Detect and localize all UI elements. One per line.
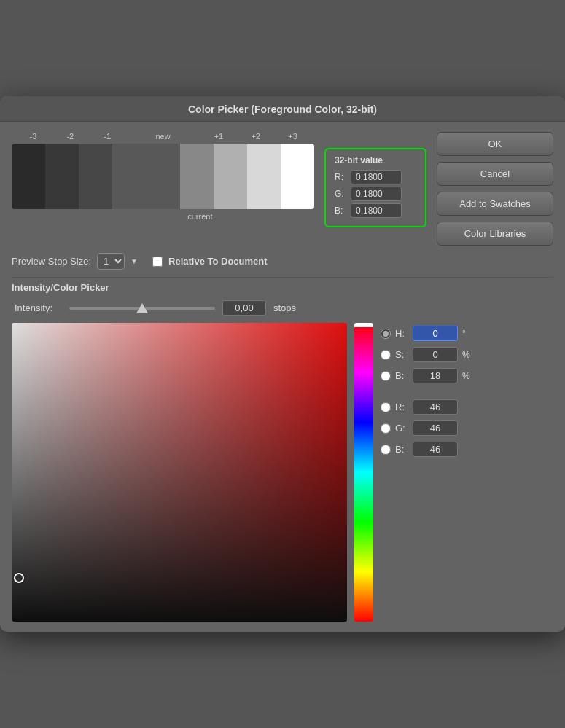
swatch-minus3[interactable] (12, 144, 45, 209)
b-input[interactable] (413, 368, 458, 383)
bit-g-label: G: (335, 189, 346, 199)
s-input[interactable] (413, 347, 458, 362)
chevron-down-icon: ▼ (130, 257, 138, 265)
h-unit: ° (462, 329, 474, 339)
current-label: current (163, 212, 238, 221)
b2-label: B: (395, 444, 408, 455)
intensity-label: Intensity: (15, 302, 62, 313)
ok-button[interactable]: OK (437, 132, 553, 156)
intensity-value-input[interactable] (222, 300, 266, 316)
bit-value-box: 32-bit value R: G: B: (324, 148, 426, 227)
h-label: H: (395, 328, 408, 339)
bit-r-label: R: (335, 172, 346, 182)
r-radio[interactable] (381, 402, 391, 412)
b2-field-row: B: (381, 442, 553, 457)
bit-b-label: B: (335, 206, 346, 216)
controls-row: Preview Stop Size: 1 2 3 ▼ Relative To D… (12, 253, 553, 270)
intensity-section-title: Intensity/Color Picker (12, 277, 553, 293)
hue-bar[interactable] (354, 323, 373, 622)
swatch-plus2[interactable] (214, 144, 247, 209)
g-label: G: (395, 423, 408, 434)
h-input[interactable] (413, 326, 458, 341)
h-field-row: H: ° (381, 326, 553, 341)
picker-area: H: ° S: % B: % (12, 323, 553, 622)
bit-r-input[interactable] (351, 170, 402, 184)
add-to-swatches-button[interactable]: Add to Swatches (437, 192, 553, 216)
bit-value-title: 32-bit value (335, 155, 416, 165)
swatch-minus1[interactable] (79, 144, 112, 209)
color-libraries-button[interactable]: Color Libraries (437, 222, 553, 246)
hue-thumb (354, 323, 373, 327)
swatch-minus2[interactable] (45, 144, 79, 209)
swatch-white[interactable] (281, 144, 314, 209)
b-unit: % (462, 371, 474, 381)
color-cursor (14, 573, 24, 583)
intensity-thumb[interactable] (136, 303, 148, 313)
plus1-label: +1 (200, 132, 237, 141)
plus2-label: +2 (237, 132, 274, 141)
new-label: new (126, 132, 200, 141)
preview-stop-label: Preview Stop Size: (12, 256, 91, 267)
swatch-strip[interactable] (12, 144, 314, 209)
swatch-current-new[interactable] (112, 144, 179, 209)
g-field-row: G: (381, 420, 553, 436)
color-fields: H: ° S: % B: % (381, 323, 553, 622)
swatches-area: -3 -2 -1 new +1 +2 +3 (12, 132, 314, 221)
b2-input[interactable] (413, 442, 458, 457)
minus2-label: -2 (52, 132, 89, 141)
title-bar: Color Picker (Foreground Color, 32-bit) (0, 96, 565, 122)
relative-to-doc-checkbox[interactable] (152, 257, 163, 267)
plus3-label: +3 (274, 132, 311, 141)
b2-radio[interactable] (381, 445, 391, 455)
bit-g-input[interactable] (351, 187, 402, 201)
b-label: B: (395, 370, 408, 381)
swatch-plus1[interactable] (180, 144, 214, 209)
gradient-saturation-overlay (12, 323, 347, 622)
s-unit: % (462, 350, 474, 360)
intensity-row: Intensity: stops (12, 300, 553, 316)
cancel-button[interactable]: Cancel (437, 162, 553, 186)
g-radio[interactable] (381, 423, 391, 434)
h-radio[interactable] (381, 329, 391, 339)
color-picker-dialog: Color Picker (Foreground Color, 32-bit) … (0, 96, 565, 632)
s-radio[interactable] (381, 350, 391, 360)
bit-b-input[interactable] (351, 203, 402, 218)
b-field-row: B: % (381, 368, 553, 383)
dialog-title: Color Picker (Foreground Color, 32-bit) (188, 103, 377, 115)
color-gradient[interactable] (12, 323, 347, 622)
b-radio[interactable] (381, 371, 391, 381)
intensity-slider[interactable] (69, 302, 215, 315)
s-field-row: S: % (381, 347, 553, 362)
r-label: R: (395, 402, 408, 412)
buttons-column: OK Cancel Add to Swatches Color Librarie… (437, 132, 553, 246)
g-input[interactable] (413, 420, 458, 436)
swatch-plus3[interactable] (247, 144, 281, 209)
stops-label: stops (273, 302, 296, 313)
s-label: S: (395, 349, 408, 360)
relative-to-doc-label: Relative To Document (168, 256, 268, 267)
preview-stop-select[interactable]: 1 2 3 (97, 253, 125, 270)
minus1-label: -1 (89, 132, 126, 141)
r-input[interactable] (413, 399, 458, 415)
r-field-row: R: (381, 399, 553, 415)
minus3-label: -3 (15, 132, 52, 141)
